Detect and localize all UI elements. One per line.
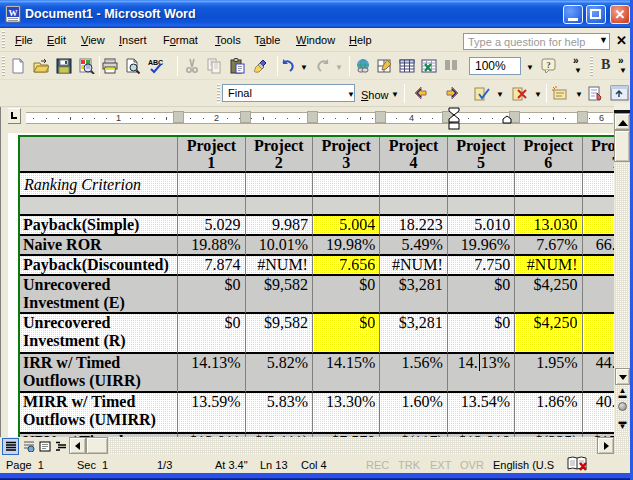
svg-text:?: ?: [546, 60, 551, 70]
svg-text:W: W: [9, 8, 18, 18]
